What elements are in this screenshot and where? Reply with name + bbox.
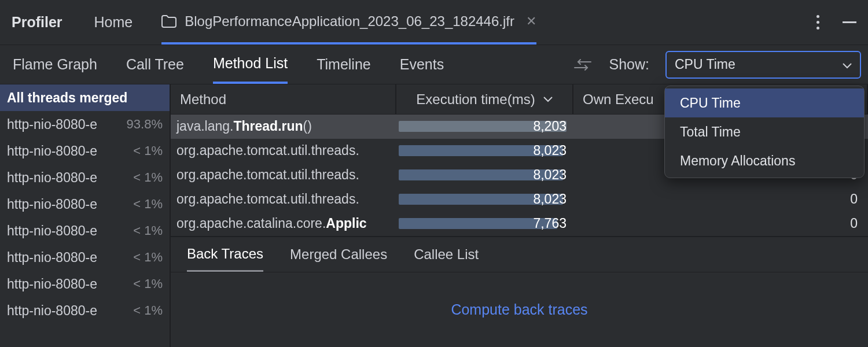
- thread-row[interactable]: http-nio-8080-e93.8%: [0, 111, 170, 138]
- thread-name: http-nio-8080-e: [7, 117, 97, 132]
- cell-own: 0: [573, 191, 868, 207]
- thread-pct: < 1%: [133, 276, 163, 291]
- dropdown-item-total-time[interactable]: Total Time: [665, 117, 864, 146]
- thread-name: http-nio-8080-e: [7, 276, 97, 292]
- tab-call-tree[interactable]: Call Tree: [126, 45, 184, 84]
- tab-flame-graph[interactable]: Flame Graph: [13, 45, 97, 84]
- show-select[interactable]: CPU Time: [665, 51, 861, 79]
- cell-method: org.apache.catalina.core.Applic: [171, 216, 396, 231]
- col-execution-time[interactable]: Execution time(ms): [396, 84, 573, 114]
- thread-name: http-nio-8080-e: [7, 170, 97, 186]
- thread-row[interactable]: http-nio-8080-e< 1%: [0, 191, 170, 217]
- tab-file[interactable]: BlogPerformanceApplication_2023_06_23_18…: [161, 0, 536, 45]
- tab-home[interactable]: Home: [94, 14, 133, 31]
- profiler-title: Profiler: [12, 14, 62, 31]
- thread-pct: 93.8%: [127, 117, 163, 132]
- thread-pct: < 1%: [133, 303, 163, 318]
- thread-row[interactable]: http-nio-8080-e< 1%: [0, 297, 170, 324]
- cell-execution-time: 8,023: [396, 191, 573, 207]
- cell-execution-time: 7,763: [396, 216, 573, 231]
- cell-method: java.lang.Thread.run(): [171, 119, 396, 134]
- thread-list: All threads mergedhttp-nio-8080-e93.8%ht…: [0, 84, 171, 347]
- thread-name: http-nio-8080-e: [7, 303, 97, 319]
- thread-row[interactable]: http-nio-8080-e< 1%: [0, 217, 170, 244]
- cell-execution-time: 8,023: [396, 143, 573, 158]
- show-dropdown: CPU TimeTotal TimeMemory Allocations: [664, 86, 865, 178]
- kebab-icon[interactable]: [816, 15, 819, 29]
- cell-own: 0: [573, 216, 868, 231]
- thread-name: http-nio-8080-e: [7, 250, 97, 265]
- thread-pct: < 1%: [133, 223, 163, 238]
- thread-name: http-nio-8080-e: [7, 197, 97, 212]
- show-label: Show:: [609, 56, 649, 73]
- thread-row[interactable]: http-nio-8080-e< 1%: [0, 271, 170, 297]
- file-name: BlogPerformanceApplication_2023_06_23_18…: [185, 13, 514, 29]
- swap-icon[interactable]: [572, 56, 593, 73]
- thread-name: http-nio-8080-e: [7, 143, 97, 159]
- minimize-icon[interactable]: [843, 21, 856, 23]
- show-select-value: CPU Time: [675, 57, 735, 72]
- thread-row[interactable]: http-nio-8080-e< 1%: [0, 138, 170, 164]
- tab-events[interactable]: Events: [400, 45, 444, 84]
- dropdown-item-memory-allocations[interactable]: Memory Allocations: [665, 146, 864, 175]
- tool-bar: Flame GraphCall TreeMethod ListTimelineE…: [0, 45, 868, 84]
- cell-method: org.apache.tomcat.util.threads.: [171, 143, 396, 158]
- close-icon[interactable]: ✕: [526, 14, 536, 29]
- chevron-down-icon: [543, 97, 553, 102]
- thread-name: http-nio-8080-e: [7, 223, 97, 239]
- top-bar: Profiler Home BlogPerformanceApplication…: [0, 0, 868, 45]
- cell-execution-time: 8,203: [396, 119, 573, 134]
- folder-icon: [161, 15, 176, 28]
- cell-execution-time: 8,023: [396, 167, 573, 183]
- thread-pct: < 1%: [133, 143, 163, 158]
- tab-timeline[interactable]: Timeline: [317, 45, 371, 84]
- thread-row[interactable]: http-nio-8080-e< 1%: [0, 244, 170, 271]
- cell-method: org.apache.tomcat.util.threads.: [171, 167, 396, 183]
- thread-row[interactable]: All threads merged: [0, 84, 170, 111]
- bottom-tab-callee-list[interactable]: Callee List: [414, 237, 479, 272]
- table-row[interactable]: org.apache.tomcat.util.threads.8,0230: [171, 187, 868, 212]
- compute-back-traces-link[interactable]: Compute back traces: [451, 301, 587, 318]
- thread-pct: < 1%: [133, 250, 163, 265]
- tab-method-list[interactable]: Method List: [213, 45, 288, 84]
- dropdown-item-cpu-time[interactable]: CPU Time: [665, 88, 864, 117]
- thread-pct: < 1%: [133, 170, 163, 185]
- bottom-tab-merged-callees[interactable]: Merged Callees: [290, 237, 387, 272]
- chevron-down-icon: [843, 57, 852, 72]
- thread-row[interactable]: http-nio-8080-e< 1%: [0, 164, 170, 191]
- thread-name: All threads merged: [7, 90, 127, 106]
- compute-area: Compute back traces: [171, 272, 868, 347]
- thread-pct: < 1%: [133, 197, 163, 212]
- col-method[interactable]: Method: [171, 84, 396, 114]
- bottom-tabs: Back TracesMerged CalleesCallee List: [171, 236, 868, 272]
- cell-method: org.apache.tomcat.util.threads.: [171, 191, 396, 207]
- bottom-tab-back-traces[interactable]: Back Traces: [187, 237, 263, 272]
- table-row[interactable]: org.apache.catalina.core.Applic7,7630: [171, 212, 868, 236]
